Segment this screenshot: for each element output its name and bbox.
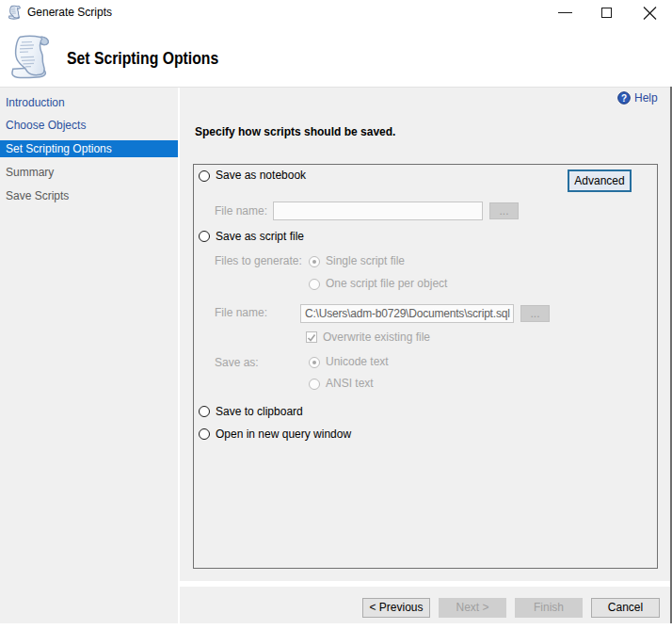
svg-text:?: ? [621,93,627,104]
